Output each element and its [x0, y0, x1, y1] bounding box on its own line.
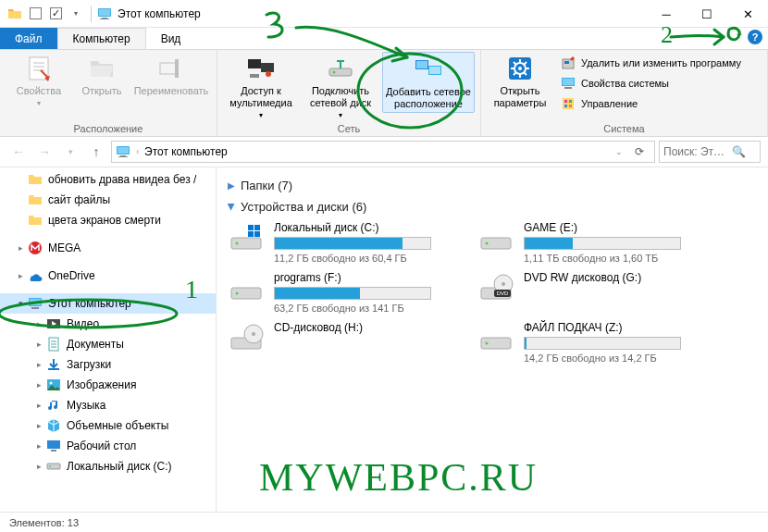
- chevron-right-icon[interactable]: ›: [136, 147, 139, 156]
- svg-rect-7: [248, 59, 261, 68]
- minimize-button[interactable]: ─: [646, 0, 687, 28]
- mega-icon: [28, 241, 43, 255]
- svg-rect-26: [564, 100, 567, 103]
- svg-rect-24: [564, 87, 572, 89]
- folder-icon: [28, 192, 43, 207]
- folders-section-header[interactable]: ▶ Папки (7): [228, 179, 757, 192]
- video-icon: [46, 316, 61, 331]
- search-box[interactable]: 🔍: [659, 141, 761, 163]
- device-sub: 11,2 ГБ свободно из 60,4 ГБ: [274, 253, 459, 264]
- pc-icon: [116, 144, 130, 159]
- qat-item[interactable]: [26, 5, 44, 23]
- back-button[interactable]: ←: [7, 141, 30, 163]
- capacity-bar: [274, 237, 431, 250]
- 3d-icon: [46, 418, 61, 433]
- rename-button[interactable]: Переименовать: [131, 52, 211, 99]
- svg-rect-36: [30, 299, 41, 305]
- drive-icon: [46, 459, 61, 474]
- content-pane[interactable]: ▶ Папки (7) ▶ Устройства и диски (6) Лок…: [217, 167, 768, 512]
- help-icon[interactable]: ?: [748, 30, 762, 44]
- manage-button[interactable]: Управление: [557, 94, 745, 113]
- desktop-icon: [46, 439, 61, 453]
- uninstall-button[interactable]: Удалить или изменить программу: [557, 54, 745, 72]
- tree-item[interactable]: ▸Документы: [0, 334, 216, 354]
- open-settings-button[interactable]: Открыть параметры: [487, 52, 553, 111]
- svg-text:DVD: DVD: [497, 291, 509, 296]
- map-drive-button[interactable]: Подключить сетевой диск▾: [303, 52, 378, 123]
- nav-tree[interactable]: обновить драва нвидеа без /сайт файлыцве…: [0, 167, 217, 512]
- address-row: ← → ▾ ↑ › Этот компьютер ⌄ ⟳ 🔍: [0, 137, 768, 167]
- svg-rect-43: [47, 440, 60, 449]
- svg-rect-29: [569, 105, 572, 107]
- svg-rect-15: [416, 61, 427, 68]
- search-input[interactable]: [663, 145, 728, 158]
- status-bar: Элементов: 13: [0, 512, 768, 532]
- svg-point-54: [486, 242, 489, 245]
- pc-icon: [28, 296, 43, 311]
- svg-rect-51: [248, 231, 254, 237]
- device-item[interactable]: ФАЙЛ ПОДКАЧ (Z:)14,2 ГБ свободно из 14,2…: [477, 321, 709, 364]
- tab-computer[interactable]: Компьютер: [57, 28, 146, 49]
- close-button[interactable]: ✕: [727, 0, 768, 28]
- tree-item[interactable]: ▸Загрузки: [0, 354, 216, 375]
- folder-icon: [6, 5, 24, 23]
- tree-item[interactable]: сайт файлы: [0, 190, 216, 210]
- svg-rect-16: [429, 67, 440, 74]
- system-properties-button[interactable]: Свойства системы: [557, 74, 745, 93]
- svg-point-9: [266, 71, 271, 77]
- ribbon-collapse-icon[interactable]: ⌃: [735, 31, 744, 43]
- properties-button[interactable]: Свойства▾: [6, 52, 72, 111]
- address-bar[interactable]: › Этот компьютер ⌄ ⟳: [111, 141, 655, 163]
- tree-item[interactable]: ▸OneDrive: [0, 266, 216, 286]
- qat-dropdown[interactable]: ▾: [67, 5, 85, 23]
- drive-icon: [477, 321, 514, 354]
- tree-item[interactable]: ▾Этот компьютер: [0, 293, 216, 314]
- device-item[interactable]: DVDDVD RW дисковод (G:): [477, 271, 709, 314]
- tree-item[interactable]: ▸Объемные объекты: [0, 415, 216, 436]
- device-item[interactable]: GAME (E:)1,11 ТБ свободно из 1,60 ТБ: [477, 221, 709, 264]
- tree-item[interactable]: ▸Видео: [0, 314, 216, 334]
- chevron-right-icon: ▶: [228, 180, 235, 191]
- device-sub: 1,11 ТБ свободно из 1,60 ТБ: [524, 253, 709, 264]
- window-title-text: Этот компьютер: [118, 7, 201, 20]
- tree-item[interactable]: ▸Изображения: [0, 375, 216, 395]
- device-item[interactable]: CD-дисковод (H:): [228, 321, 459, 364]
- recent-locations-button[interactable]: ▾: [59, 141, 81, 163]
- tree-item[interactable]: обновить драва нвидеа без /: [0, 169, 216, 190]
- device-item[interactable]: programs (F:)63,2 ГБ свободно из 141 ГБ: [228, 271, 459, 314]
- tab-file[interactable]: Файл: [0, 28, 57, 49]
- tree-item[interactable]: ▸Локальный диск (C:): [0, 456, 216, 476]
- svg-rect-52: [254, 231, 260, 237]
- refresh-button[interactable]: ⟳: [628, 145, 650, 158]
- svg-point-12: [333, 71, 336, 74]
- maximize-button[interactable]: ☐: [687, 0, 727, 28]
- device-item[interactable]: Локальный диск (C:)11,2 ГБ свободно из 6…: [228, 221, 459, 264]
- forward-button[interactable]: →: [33, 141, 56, 163]
- qat-item-checked[interactable]: ✓: [46, 5, 65, 23]
- open-button[interactable]: Открыть: [76, 52, 128, 99]
- svg-rect-31: [118, 147, 129, 154]
- add-network-location-button[interactable]: Добавить сетевое расположение: [382, 52, 475, 113]
- tree-item[interactable]: ▸Рабочий стол: [0, 436, 216, 456]
- address-dropdown-icon[interactable]: ⌄: [615, 147, 623, 156]
- svg-rect-33: [118, 156, 128, 157]
- svg-point-42: [50, 382, 53, 385]
- up-button[interactable]: ↑: [85, 141, 107, 163]
- tree-item[interactable]: ▸MEGA: [0, 238, 216, 258]
- breadcrumb-segment[interactable]: Этот компьютер: [144, 145, 228, 158]
- ribbon-tabs: Файл Компьютер Вид ⌃ ?: [0, 28, 768, 50]
- group-label: Расположение: [6, 123, 211, 136]
- pictures-icon: [46, 377, 61, 392]
- onedrive-icon: [28, 268, 43, 283]
- tree-item[interactable]: цвета экранов смерти: [0, 210, 216, 230]
- drive-icon: [228, 271, 265, 304]
- tab-view[interactable]: Вид: [146, 28, 196, 49]
- folder-icon: [28, 213, 43, 228]
- drive-icon: [477, 221, 514, 254]
- tree-item[interactable]: ▸Музыка: [0, 395, 216, 415]
- search-icon[interactable]: 🔍: [732, 145, 746, 158]
- svg-rect-49: [248, 225, 254, 230]
- devices-section-header[interactable]: ▶ Устройства и диски (6): [228, 200, 757, 214]
- group-label: Система: [487, 123, 762, 136]
- media-access-button[interactable]: Доступ к мультимедиа▾: [223, 52, 299, 123]
